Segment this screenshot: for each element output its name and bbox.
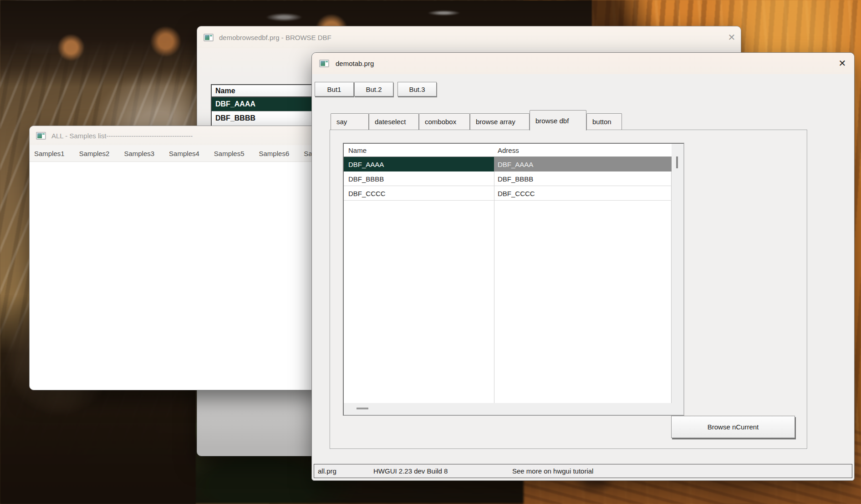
statusbar: all.prg HWGUI 2.23 dev Build 8 See more … xyxy=(314,464,852,478)
grid-cell[interactable]: DBF_CCCC xyxy=(494,186,672,201)
grid-row[interactable]: DBF_BBBB DBF_BBBB xyxy=(344,171,672,186)
grid-cell[interactable]: DBF_AAAA xyxy=(494,157,672,171)
hwgui-window-icon xyxy=(204,34,214,41)
window-demotab: demotab.prg ✕ But1 But.2 But.3 say dates… xyxy=(311,52,855,481)
demobrowsedbf-title: demobrowsedbf.prg - BROWSE DBF xyxy=(219,34,331,41)
browse-ncurrent-button[interactable]: Browse nCurrent xyxy=(671,416,795,438)
grid-header-row: Name Adress xyxy=(344,144,672,157)
vertical-scrollbar-thumb[interactable] xyxy=(676,156,678,168)
tab-button[interactable]: button xyxy=(586,113,622,130)
demotab-title: demotab.prg xyxy=(336,60,374,67)
samples-titlebar[interactable]: ALL - Samples list----------------------… xyxy=(30,126,322,145)
statusbar-filename: all.prg xyxy=(318,464,336,478)
column-header-adress: Adress xyxy=(498,144,519,157)
grid-cell[interactable]: DBF_AAAA xyxy=(344,157,494,171)
demotab-close-icon[interactable]: ✕ xyxy=(836,56,849,70)
demobrowsedbf-close-icon[interactable]: ✕ xyxy=(725,30,739,44)
column-header-name: Name xyxy=(348,144,367,157)
menu-item-samples5[interactable]: Samples5 xyxy=(214,150,245,157)
grid-cell[interactable]: DBF_BBBB xyxy=(494,171,672,186)
menu-item-samples3[interactable]: Samples3 xyxy=(124,150,154,157)
tab-browse-dbf[interactable]: browse dbf xyxy=(530,110,586,131)
menu-item-samples4[interactable]: Samples4 xyxy=(169,150,199,157)
statusbar-version: HWGUI 2.23 dev Build 8 xyxy=(373,464,448,478)
desktop: demobrowsedbf.prg - BROWSE DBF ✕ Name DB… xyxy=(0,0,861,504)
samples-menubar: Samples1 Samples2 Samples3 Samples4 Samp… xyxy=(30,145,322,162)
tab-combobox[interactable]: combobox xyxy=(419,113,470,130)
but3-button[interactable]: But.3 xyxy=(397,82,437,96)
hwgui-window-icon xyxy=(319,60,329,67)
demotab-titlebar[interactable]: demotab.prg xyxy=(312,53,854,74)
grid-cell[interactable]: DBF_BBBB xyxy=(344,171,494,186)
window-samples-list: ALL - Samples list----------------------… xyxy=(29,126,323,390)
menu-item-samples1[interactable]: Samples1 xyxy=(34,150,65,157)
menu-item-samples2[interactable]: Samples2 xyxy=(79,150,110,157)
but2-button[interactable]: But.2 xyxy=(354,82,393,96)
tab-dateselect[interactable]: dateselect xyxy=(369,113,419,130)
grid-row[interactable]: DBF_CCCC DBF_CCCC xyxy=(344,186,672,201)
horizontal-scrollbar-thumb[interactable] xyxy=(357,408,368,409)
statusbar-hint: See more on hwgui tutorial xyxy=(512,464,593,478)
samples-title: ALL - Samples list----------------------… xyxy=(51,132,193,140)
tab-browse-array[interactable]: browse array xyxy=(470,113,530,130)
menu-item-samples6[interactable]: Samples6 xyxy=(259,150,290,157)
grid-row-selected[interactable]: DBF_AAAA DBF_AAAA xyxy=(344,157,672,171)
browse-dbf-grid: Name Adress DBF_AAAA DBF_AAAA DBF_BBBB D… xyxy=(343,143,684,416)
tab-say[interactable]: say xyxy=(331,113,369,130)
hwgui-window-icon xyxy=(36,132,46,140)
grid-cell[interactable]: DBF_CCCC xyxy=(344,186,494,201)
but1-button[interactable]: But1 xyxy=(315,82,354,96)
demobrowsedbf-titlebar[interactable]: demobrowsedbf.prg - BROWSE DBF xyxy=(197,26,741,48)
